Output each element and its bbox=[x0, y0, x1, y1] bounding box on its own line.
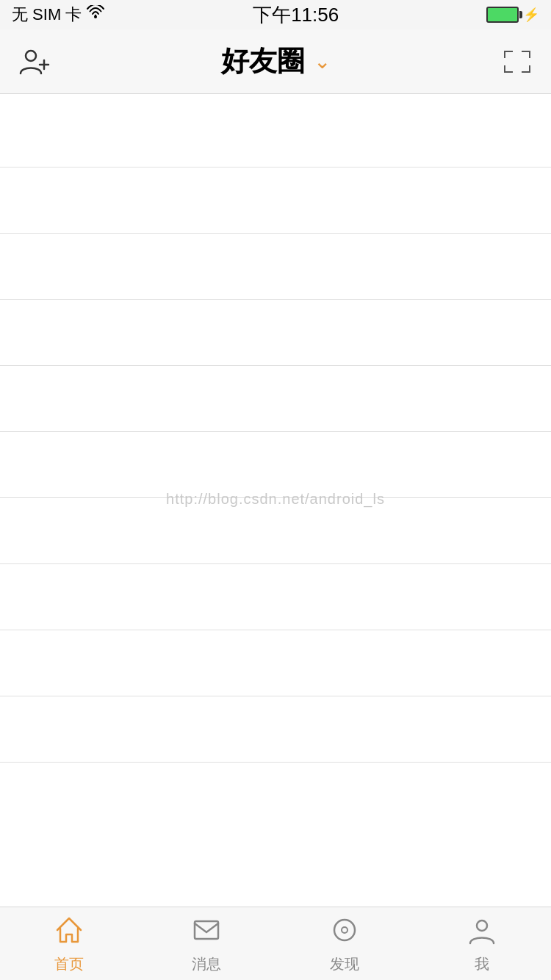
list-item bbox=[0, 432, 551, 498]
list-item bbox=[0, 498, 551, 564]
list-item bbox=[0, 300, 551, 366]
wifi-icon bbox=[86, 5, 105, 24]
list-item bbox=[0, 564, 551, 630]
expand-icon bbox=[504, 51, 530, 73]
svg-point-1 bbox=[26, 51, 36, 61]
status-bar: 无 SIM 卡 下午11:56 ⚡ bbox=[0, 0, 551, 29]
tab-messages-label: 消息 bbox=[192, 954, 221, 974]
svg-point-7 bbox=[477, 920, 487, 931]
messages-icon bbox=[190, 914, 223, 951]
home-icon bbox=[53, 914, 85, 951]
status-right: ⚡ bbox=[486, 7, 539, 23]
list-item bbox=[0, 167, 551, 234]
nav-bar: 好友圈 ⌄ bbox=[0, 29, 551, 94]
nav-title: 好友圈 bbox=[221, 43, 305, 80]
svg-point-5 bbox=[334, 920, 355, 940]
list-item bbox=[0, 234, 551, 300]
svg-point-0 bbox=[94, 15, 97, 18]
discover-icon bbox=[328, 914, 361, 951]
tab-discover[interactable]: 发现 bbox=[289, 914, 400, 974]
no-sim-text: 无 SIM 卡 bbox=[12, 4, 82, 26]
battery-icon bbox=[486, 7, 519, 23]
tab-bar: 首页 消息 发现 我 bbox=[0, 907, 551, 980]
tab-home[interactable]: 首页 bbox=[14, 914, 124, 974]
status-left: 无 SIM 卡 bbox=[12, 4, 105, 26]
svg-point-6 bbox=[342, 927, 347, 933]
content-area bbox=[0, 94, 551, 763]
list-item bbox=[0, 696, 551, 763]
bolt-icon: ⚡ bbox=[523, 7, 539, 23]
tab-messages[interactable]: 消息 bbox=[151, 914, 262, 974]
nav-title-group: 好友圈 ⌄ bbox=[221, 43, 331, 80]
chevron-down-icon[interactable]: ⌄ bbox=[314, 49, 331, 73]
tab-profile-label: 我 bbox=[475, 954, 489, 974]
tab-home-label: 首页 bbox=[54, 954, 84, 974]
expand-button[interactable] bbox=[501, 46, 533, 78]
tab-profile[interactable]: 我 bbox=[427, 914, 537, 974]
status-time: 下午11:56 bbox=[253, 2, 339, 28]
add-friend-button[interactable] bbox=[18, 46, 50, 78]
tab-discover-label: 发现 bbox=[330, 954, 359, 974]
list-item bbox=[0, 630, 551, 696]
list-item bbox=[0, 101, 551, 167]
profile-icon bbox=[466, 914, 498, 951]
list-item bbox=[0, 366, 551, 432]
svg-rect-4 bbox=[195, 921, 218, 939]
